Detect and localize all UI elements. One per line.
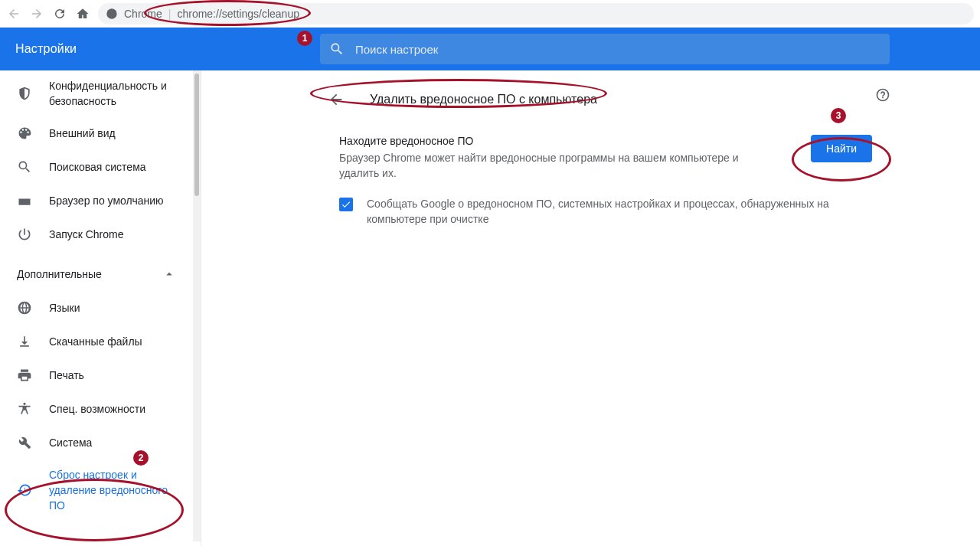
sidebar-item-label: Запуск Chrome	[49, 227, 123, 242]
sidebar-item-label: Внешний вид	[49, 126, 116, 141]
sidebar-item-appearance[interactable]: Внешний вид	[0, 116, 193, 150]
svg-point-0	[106, 8, 116, 18]
url-host: Chrome	[124, 8, 162, 20]
sidebar-item-system[interactable]: Система	[0, 426, 193, 459]
advanced-label: Дополнительные	[17, 268, 102, 280]
sidebar-item-default-browser[interactable]: Браузер по умолчанию	[0, 184, 193, 217]
find-button[interactable]: Найти	[811, 135, 872, 162]
help-icon[interactable]	[875, 87, 890, 103]
sidebar-item-label: Сброс настроек и удаление вредоносного П…	[49, 467, 176, 513]
url-separator: |	[168, 8, 172, 20]
download-icon	[17, 334, 32, 349]
sidebar-advanced-toggle[interactable]: Дополнительные	[0, 257, 193, 291]
settings-header: Настройки Поиск настроек	[0, 28, 980, 70]
accessibility-icon	[17, 401, 32, 417]
search-placeholder: Поиск настроек	[355, 43, 438, 56]
sidebar-scrollbar[interactable]	[193, 70, 201, 541]
back-icon[interactable]	[6, 6, 21, 21]
scrollbar-thumb[interactable]	[194, 74, 199, 196]
home-icon[interactable]	[75, 6, 90, 21]
section-title: Находите вредоносное ПО	[339, 135, 768, 147]
sidebar-item-label: Конфиденциальность и безопасность	[49, 78, 176, 109]
sidebar-item-downloads[interactable]: Скачанные файлы	[0, 325, 193, 358]
sidebar-item-languages[interactable]: Языки	[0, 291, 193, 325]
section-description: Браузер Chrome может найти вредоносные п…	[339, 150, 768, 181]
back-button[interactable]	[321, 84, 351, 115]
main-content: Удалить вредоносное ПО с компьютера Нахо…	[201, 70, 980, 546]
palette-icon	[17, 126, 32, 141]
browser-icon	[17, 193, 32, 208]
sidebar-item-label: Языки	[49, 300, 80, 316]
sidebar-item-reset-cleanup[interactable]: Сброс настроек и удаление вредоносного П…	[0, 459, 193, 521]
site-icon	[106, 8, 118, 20]
settings-title: Настройки	[15, 42, 320, 56]
url-path: chrome://settings/cleanup	[177, 8, 299, 20]
shield-icon	[17, 86, 32, 101]
sidebar-item-printing[interactable]: Печать	[0, 358, 193, 392]
browser-toolbar: Chrome | chrome://settings/cleanup	[0, 0, 980, 28]
sidebar-item-label: Скачанные файлы	[49, 334, 142, 349]
chevron-up-icon	[162, 267, 176, 281]
sidebar-item-label: Поисковая система	[49, 159, 146, 175]
globe-icon	[17, 300, 32, 316]
wrench-icon	[17, 435, 32, 450]
sidebar: Конфиденциальность и безопасность Внешни…	[0, 70, 201, 546]
print-icon	[17, 368, 32, 383]
search-icon	[329, 41, 345, 57]
checkbox-label: Сообщать Google о вредоносном ПО, систем…	[367, 196, 872, 227]
page-title: Удалить вредоносное ПО с компьютера	[370, 93, 597, 106]
search-icon	[17, 159, 32, 175]
reload-icon[interactable]	[52, 6, 67, 21]
sidebar-item-on-startup[interactable]: Запуск Chrome	[0, 217, 193, 251]
address-bar[interactable]: Chrome | chrome://settings/cleanup	[98, 3, 974, 25]
power-icon	[17, 227, 32, 242]
sidebar-item-accessibility[interactable]: Спец. возможности	[0, 392, 193, 426]
sidebar-item-search-engine[interactable]: Поисковая система	[0, 150, 193, 184]
sidebar-item-label: Браузер по умолчанию	[49, 193, 164, 208]
sidebar-item-label: Система	[49, 435, 92, 450]
report-checkbox[interactable]	[339, 198, 353, 211]
sidebar-item-label: Печать	[49, 368, 84, 383]
restore-icon	[17, 482, 32, 498]
settings-search[interactable]: Поиск настроек	[320, 34, 890, 64]
sidebar-item-label: Спец. возможности	[49, 401, 145, 417]
sidebar-item-privacy[interactable]: Конфиденциальность и безопасность	[0, 70, 193, 116]
forward-icon[interactable]	[29, 6, 44, 21]
